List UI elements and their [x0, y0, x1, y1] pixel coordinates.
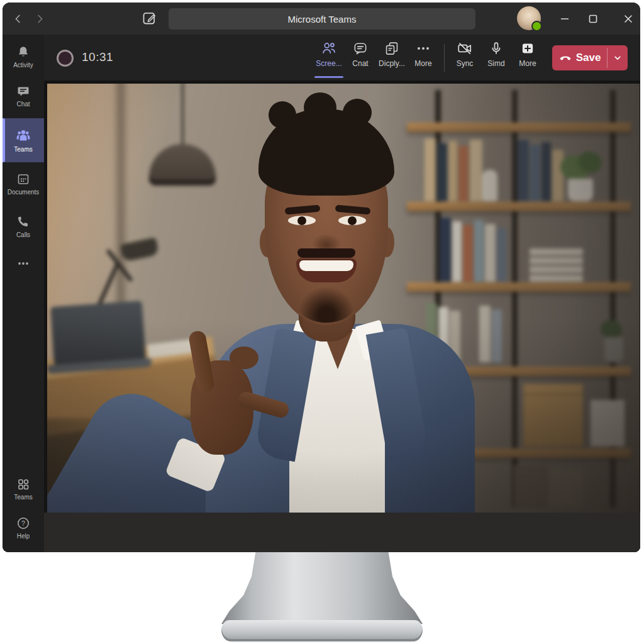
- sidebar-spacer: [3, 276, 44, 469]
- active-tab-underline: [314, 76, 343, 78]
- teams-people-icon: [15, 128, 31, 144]
- sidebar-item-label: Help: [17, 533, 30, 540]
- record-circle-icon: [57, 50, 74, 67]
- monitor-bezel: [44, 513, 640, 552]
- sidebar-item-label: Teams: [14, 494, 32, 501]
- main-area: 10:31 Scree...: [44, 35, 640, 552]
- sidebar-item-label: Teams: [14, 146, 32, 153]
- video-feed: [47, 84, 640, 513]
- chevron-down-icon: [611, 52, 624, 64]
- sidebar-item-label: Documents: [8, 189, 40, 196]
- svg-text:?: ?: [21, 519, 25, 527]
- sidebar-item-teams[interactable]: Teams: [3, 118, 44, 162]
- tab-label: Cnat: [352, 59, 368, 68]
- control-label: Simd: [487, 59, 504, 68]
- close-button[interactable]: [619, 9, 638, 28]
- phone-icon: [16, 214, 31, 230]
- save-label: Save: [576, 52, 601, 64]
- sidebar-item-label: Activity: [13, 62, 33, 69]
- compose-icon: [141, 9, 158, 26]
- call-end-icon: [558, 51, 572, 65]
- control-label: More: [519, 59, 536, 68]
- presence-indicator: [531, 21, 542, 31]
- save-dropdown-button[interactable]: [608, 45, 628, 70]
- sidebar-item-teams-apps[interactable]: Teams: [3, 469, 44, 508]
- vignette: [47, 84, 640, 513]
- control-label: Sync: [457, 59, 474, 68]
- sidebar-more-button[interactable]: [3, 251, 44, 276]
- close-icon: [623, 13, 634, 25]
- camera-off-icon: [457, 40, 473, 57]
- minimize-button[interactable]: [555, 9, 574, 28]
- maximize-button[interactable]: [584, 9, 602, 28]
- toolbar-divider: [444, 44, 445, 72]
- sidebar-item-help[interactable]: ? Help: [3, 508, 44, 547]
- meeting-toolbar: 10:31 Scree...: [44, 35, 640, 80]
- chat-bubble-icon: [352, 40, 369, 57]
- plus-square-icon: [519, 40, 536, 57]
- chat-icon: [16, 84, 31, 99]
- monitor-stand-neck: [221, 552, 423, 624]
- chevron-left-icon: [11, 12, 25, 26]
- app-window: Microsoft Teams: [3, 3, 640, 552]
- document-card-icon: [16, 172, 31, 187]
- forward-button[interactable]: [31, 11, 48, 27]
- sidebar: Activity Chat Teams: [3, 35, 44, 552]
- search-bar[interactable]: Microsoft Teams: [169, 8, 475, 30]
- tab-more[interactable]: More: [408, 40, 439, 68]
- copy-icon: [384, 40, 400, 57]
- sidebar-item-chat[interactable]: Chat: [3, 76, 44, 115]
- chevron-right-icon: [33, 12, 47, 26]
- microphone-button[interactable]: Simd: [480, 40, 512, 68]
- help-circle-icon: ?: [16, 516, 31, 531]
- sidebar-item-documents[interactable]: Documents: [3, 164, 44, 203]
- sidebar-item-label: Calls: [16, 231, 30, 238]
- meeting-timer: 10:31: [82, 50, 113, 64]
- save-split-button: Save: [552, 45, 628, 70]
- tab-label: Scree...: [316, 59, 341, 68]
- toolbar-tabs: Scree... Cnat: [313, 40, 439, 68]
- sidebar-item-activity[interactable]: Activity: [3, 37, 44, 76]
- sidebar-item-calls[interactable]: Calls: [3, 207, 44, 246]
- add-more-button[interactable]: More: [512, 40, 543, 68]
- people-icon: [321, 40, 337, 57]
- tab-display[interactable]: Dicply...: [376, 40, 408, 68]
- tab-screen-share[interactable]: Scree...: [313, 40, 345, 68]
- bell-icon: [16, 45, 31, 60]
- tab-label: Dicply...: [379, 59, 405, 68]
- tab-label: More: [414, 59, 431, 68]
- ellipsis-icon: [415, 40, 431, 57]
- apps-grid-icon: [16, 477, 31, 492]
- monitor-stand-base: [221, 620, 423, 641]
- tab-chat[interactable]: Cnat: [345, 40, 376, 68]
- maximize-icon: [587, 13, 599, 25]
- back-button[interactable]: [10, 11, 26, 27]
- ellipsis-icon: [16, 256, 31, 271]
- minimize-icon: [559, 13, 570, 25]
- camera-toggle-button[interactable]: Sync: [449, 40, 480, 68]
- compose-button[interactable]: [141, 9, 157, 26]
- microphone-icon: [488, 40, 504, 57]
- save-button[interactable]: Save: [552, 45, 607, 70]
- titlebar: Microsoft Teams: [3, 3, 640, 35]
- toolbar-controls: Sync Simd: [449, 40, 543, 68]
- sidebar-item-label: Chat: [16, 101, 30, 108]
- search-bar-title: Microsoft Teams: [288, 14, 357, 25]
- avatar[interactable]: [517, 6, 541, 30]
